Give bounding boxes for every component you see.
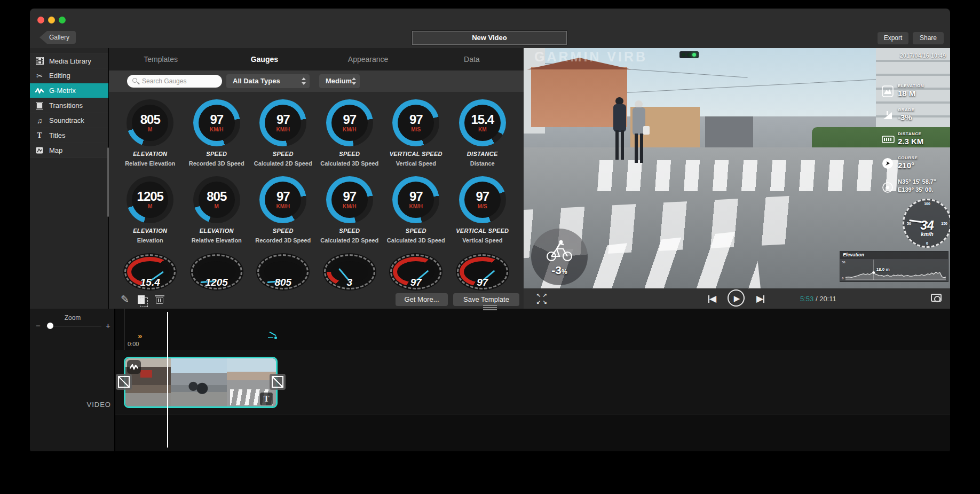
gauge-name: Vertical Speed: [462, 237, 502, 244]
tab-appearance[interactable]: Appearance: [317, 48, 420, 70]
ruler-time-0: 0:00: [128, 341, 139, 347]
gauge-marker-icon[interactable]: [267, 332, 278, 341]
gauge-type-label: VERTICAL SPEED: [456, 228, 509, 234]
gauge-tile[interactable]: 97 M/S VERTICAL SPEED Vertical Speed: [449, 176, 516, 253]
play-button[interactable]: ▶: [728, 289, 745, 307]
gauge-tile-dial[interactable]: 97: [449, 253, 516, 291]
step-back-button[interactable]: ◀: [708, 293, 716, 304]
dial-gauge: 3: [323, 253, 376, 291]
transition-handle-right[interactable]: [270, 374, 286, 390]
zoom-window-button[interactable]: [59, 17, 66, 23]
gauge-tile[interactable]: 97 KM/H SPEED Calculated 3D Speed: [317, 99, 383, 176]
gauge-tile[interactable]: 1205 M ELEVATION Elevation: [117, 176, 184, 253]
gauge-tile-dial[interactable]: 97: [383, 253, 449, 291]
gauge-type-label: SPEED: [406, 228, 426, 234]
zoom-slider-track[interactable]: [46, 326, 101, 326]
edit-pencil-icon[interactable]: ✎: [121, 293, 129, 305]
sidebar-item[interactable]: ♫ Soundtrack: [30, 113, 108, 128]
gauge-tile-dial[interactable]: 15.4: [117, 253, 184, 291]
gauge-tile[interactable]: 97 M/S VERTICAL SPEED Vertical Speed: [383, 99, 449, 176]
gauge-value: 97: [210, 113, 223, 126]
zoom-slider-knob[interactable]: [47, 323, 53, 329]
dial-value: 97: [456, 277, 509, 288]
trash-icon[interactable]: [156, 295, 163, 304]
fullscreen-icon[interactable]: ↖↗ ↙↘: [536, 293, 547, 304]
dial-gauge: 1205: [190, 253, 243, 291]
timeline: Zoom − + VIDEO 0:00 » T: [30, 309, 950, 451]
sidebar-item[interactable]: Media Library: [30, 53, 108, 68]
dial-gauge: 97: [456, 253, 509, 291]
gauge-tile-dial[interactable]: 3: [317, 253, 383, 291]
video-overlay-item: DISTANCE 2.3 KM: [882, 130, 946, 154]
title-bar: Gallery New Video Export Share: [30, 9, 950, 48]
gauge-unit: KM/H: [210, 127, 224, 132]
tab-data[interactable]: Data: [420, 48, 524, 70]
gauge-unit: KM: [478, 127, 487, 132]
sidebar-item-label: Editing: [49, 72, 70, 80]
gauge-tile-dial[interactable]: 805: [250, 253, 317, 291]
gauge-tile-dial[interactable]: 1205: [184, 253, 250, 291]
gauge-tile[interactable]: 805 M ELEVATION Relative Elevation: [117, 99, 184, 176]
gmetrix-panel: Templates Gauges Appearance Data All Dat…: [109, 48, 524, 309]
tab-gauges[interactable]: Gauges: [212, 48, 316, 70]
zoom-out-button[interactable]: −: [36, 321, 41, 330]
share-button[interactable]: Share: [913, 32, 944, 44]
search-icon: [132, 78, 137, 83]
dial-gauge: 15.4: [123, 253, 177, 291]
project-title-field[interactable]: New Video: [412, 31, 567, 45]
gauge-tile[interactable]: 15.4 KM DISTANCE Distance: [449, 99, 516, 176]
minimize-window-button[interactable]: [48, 17, 55, 23]
sidebar-item[interactable]: G-Metrix: [30, 83, 108, 98]
skip-marker-icon[interactable]: »: [138, 331, 142, 340]
timeline-video-clip[interactable]: [124, 357, 278, 408]
gauge-tile[interactable]: 97 KM/H SPEED Recorded 3D Speed: [250, 176, 317, 253]
overlay-label: COURSE: [898, 155, 918, 160]
gauge-tile[interactable]: 97 KM/H SPEED Recorded 3D Speed: [184, 99, 250, 176]
sidebar-item[interactable]: Transitions: [30, 98, 108, 113]
elevation-chart-title: Elevation: [840, 252, 948, 259]
film-icon: [36, 57, 44, 65]
gauge-tile[interactable]: 97 KM/H SPEED Calculated 3D Speed: [383, 176, 449, 253]
export-button[interactable]: Export: [878, 32, 908, 44]
gallery-back-button[interactable]: Gallery: [39, 31, 76, 44]
get-more-button[interactable]: Get More...: [396, 293, 448, 306]
splitter-grip[interactable]: [483, 305, 497, 310]
gauge-name: Calculated 3D Speed: [387, 237, 445, 244]
data-overlay-column: ELEVATION 18 M GRADE -3% DISTANCE 2.3 KM…: [882, 82, 946, 202]
sidebar-item[interactable]: ✂ Editing: [30, 68, 108, 83]
sidebar-item-label: Media Library: [49, 57, 91, 65]
zoom-in-button[interactable]: +: [106, 321, 110, 330]
transition-handle-left[interactable]: [116, 374, 132, 390]
chevron-updown-icon: [352, 77, 356, 85]
gauge-value: 97: [409, 190, 423, 203]
search-input[interactable]: [127, 75, 222, 88]
tab-templates[interactable]: Templates: [109, 48, 212, 70]
sidebar-item-label: Map: [49, 146, 62, 154]
size-dropdown[interactable]: Medium: [319, 74, 360, 88]
gauge-tile[interactable]: 97 KM/H SPEED Calculated 2D Speed: [250, 99, 317, 176]
dial-value: 15.4: [123, 277, 177, 288]
sidebar-item-label: G-Metrix: [49, 87, 76, 95]
sidebar-item[interactable]: T Titles: [30, 128, 108, 143]
gauge-value: 97: [476, 190, 489, 203]
gauge-tile[interactable]: 97 KM/H SPEED Calculated 2D Speed: [317, 176, 383, 253]
playback-bar: ↖↗ ↙↘ ◀ ▶ ▶ 5:53 / 20:11: [524, 288, 950, 309]
gps-icon: [882, 182, 894, 193]
gauge-type-label: ELEVATION: [133, 151, 167, 157]
snapshot-camera-icon[interactable]: [931, 294, 942, 302]
sidebar-item[interactable]: Map: [30, 143, 108, 158]
scene-crosswalk-far: [597, 160, 898, 191]
video-track-label: VIDEO: [30, 401, 111, 409]
overlay-value: 18 M: [898, 89, 915, 98]
duplicate-icon[interactable]: [138, 295, 145, 304]
data-type-dropdown[interactable]: All Data Types: [226, 74, 310, 88]
scissors-icon: ✂: [36, 72, 43, 80]
save-template-button[interactable]: Save Template: [453, 293, 519, 306]
gauge-tile[interactable]: 805 M ELEVATION Relative Elevation: [184, 176, 250, 253]
overlay-value: 2.3 KM: [898, 137, 923, 146]
gauge-dial: 1205 M: [127, 176, 173, 223]
filter-row: All Data Types Medium: [109, 70, 524, 92]
step-forward-button[interactable]: ▶: [756, 293, 764, 304]
playhead[interactable]: [167, 312, 168, 448]
close-window-button[interactable]: [37, 17, 44, 23]
